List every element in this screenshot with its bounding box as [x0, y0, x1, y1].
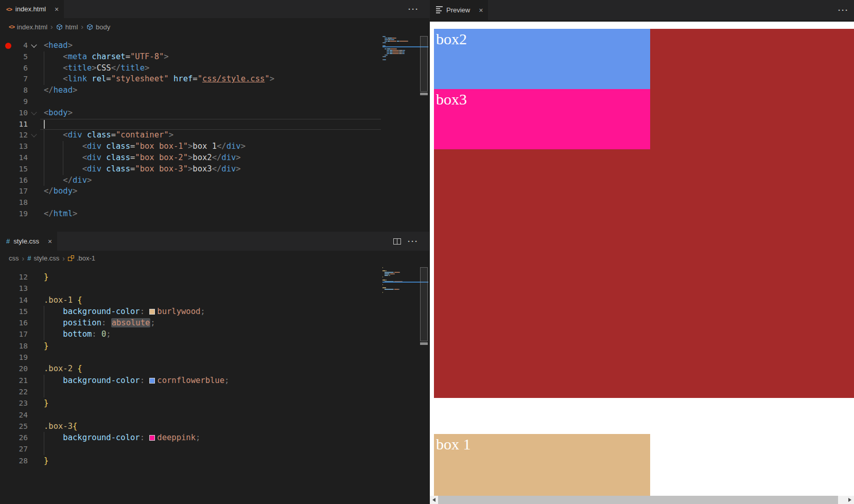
preview-h-scrollbar[interactable] [430, 496, 854, 504]
code-text: <head> [44, 40, 73, 51]
split-editor-icon[interactable] [393, 238, 401, 245]
line-number: 23 [0, 397, 28, 409]
code-text: background-color: deeppink; [44, 432, 200, 443]
token-txt: CSS [97, 63, 111, 73]
code-line-18[interactable]: 18 [0, 197, 429, 208]
code-line-11[interactable]: 11 [0, 119, 429, 130]
code-line-15[interactable]: 15 <div class="box box-3">box3</div> [0, 164, 429, 175]
code-line-17[interactable]: 17 bottom: 0; [0, 328, 429, 340]
code-text: </div> [44, 175, 92, 186]
close-tab-icon[interactable]: × [479, 6, 483, 14]
code-line-4[interactable]: 4<head> [0, 40, 429, 51]
color-swatch-icon[interactable] [149, 435, 155, 441]
token-str: "box box-3" [135, 164, 188, 173]
breadcrumb-item-index-html[interactable]: <>index.html [9, 23, 47, 31]
token-p: > [164, 52, 168, 61]
code-line-16[interactable]: 16 </div> [0, 175, 429, 186]
token-pun: ; [196, 433, 200, 442]
code-line-9[interactable]: 9 [0, 96, 429, 108]
code-line-27[interactable]: 27 [0, 443, 429, 455]
token-ws [44, 142, 82, 151]
code-line-20[interactable]: 20.box-2 { [0, 363, 429, 374]
html-element-cube-icon [56, 24, 63, 30]
code-editor-html[interactable]: 4<head>5 <meta charset="UTF-8">6 <title>… [0, 34, 429, 232]
code-line-21[interactable]: 21 background-color: cornflowerblue; [0, 375, 429, 386]
token-tag: body [54, 186, 73, 196]
breadcrumb-item-body[interactable]: body [86, 23, 110, 31]
breadcrumb-separator: › [81, 23, 83, 31]
token-tag: meta [68, 52, 87, 61]
token-str: "box box-2" [135, 153, 188, 162]
h-scrollbar-slider[interactable] [438, 496, 838, 504]
code-line-7[interactable]: 7 <link rel="stylesheet" href="css/style… [0, 74, 429, 85]
token-p: < [82, 153, 87, 162]
scroll-right-arrow-icon[interactable] [845, 496, 854, 504]
more-actions-icon[interactable]: ··· [838, 6, 849, 14]
tab-index-html[interactable]: <> index.html × [0, 0, 64, 18]
code-line-14[interactable]: 14.box-1 { [0, 294, 429, 306]
breadcrumb-item-css[interactable]: css [9, 254, 19, 262]
token-pun: : [101, 318, 106, 327]
token-p: > [87, 176, 92, 185]
scroll-left-arrow-icon[interactable] [430, 496, 439, 504]
preview-icon [436, 6, 443, 14]
token-tag: html [54, 209, 73, 218]
code-line-5[interactable]: 5 <meta charset="UTF-8"> [0, 51, 429, 63]
code-line-13[interactable]: 13 <div class="box box-1">box 1</div> [0, 141, 429, 152]
code-line-13[interactable]: 13 [0, 283, 429, 294]
token-p: > [73, 209, 77, 218]
color-swatch-icon[interactable] [149, 378, 155, 384]
code-line-12[interactable]: 12} [0, 271, 429, 283]
tab-preview[interactable]: Preview × [430, 0, 488, 20]
token-ws [44, 74, 63, 83]
token-p: </ [44, 186, 54, 196]
code-line-14[interactable]: 14 <div class="box box-2">box2</div> [0, 152, 429, 164]
code-line-19[interactable]: 19 [0, 352, 429, 363]
token-str: "UTF-8" [130, 52, 164, 61]
code-line-26[interactable]: 26 background-color: deeppink; [0, 432, 429, 443]
code-editor-css[interactable]: 12}1314.box-1 {15 background-color: burl… [0, 266, 429, 504]
token-prop: background-color [63, 433, 140, 442]
token-attr: href [173, 74, 193, 83]
more-actions-icon[interactable]: ··· [408, 5, 419, 13]
code-line-15[interactable]: 15 background-color: burlywood; [0, 306, 429, 317]
token-brace: { [77, 364, 82, 373]
close-tab-icon[interactable]: × [48, 237, 52, 246]
code-line-12[interactable]: 12 <div class="container"> [0, 130, 429, 141]
token-pun: : [140, 307, 145, 316]
more-actions-icon[interactable]: ··· [408, 237, 419, 246]
code-line-18[interactable]: 18} [0, 340, 429, 352]
breadcrumb-item--box-1[interactable]: .box-1 [68, 254, 95, 262]
code-line-24[interactable]: 24 [0, 409, 429, 421]
close-tab-icon[interactable]: × [55, 5, 59, 13]
minimap-line [382, 36, 420, 37]
fold-chevron-icon[interactable] [31, 42, 37, 47]
code-line-17[interactable]: 17</body> [0, 186, 429, 197]
code-line-22[interactable]: 22 [0, 386, 429, 397]
fold-chevron-icon[interactable] [31, 132, 37, 137]
token-attr: charset [92, 52, 125, 61]
code-line-28[interactable]: 28} [0, 455, 429, 466]
breadcrumb-label: html [65, 23, 78, 31]
fold-chevron-icon[interactable] [31, 109, 37, 115]
token-tag: div [221, 153, 236, 162]
token-pun: ; [106, 329, 111, 339]
token-p: > [169, 130, 173, 140]
tab-style-css[interactable]: # style.css × [0, 232, 57, 251]
code-line-23[interactable]: 23} [0, 397, 429, 409]
token-attr: class [106, 142, 130, 151]
code-line-8[interactable]: 8</head> [0, 85, 429, 96]
color-swatch-icon[interactable] [149, 309, 155, 315]
minimap-line [382, 269, 420, 270]
breadcrumb-item-html[interactable]: html [56, 23, 78, 31]
breadcrumb-item-style-css[interactable]: #style.css [27, 254, 59, 262]
code-line-10[interactable]: 10<body> [0, 108, 429, 119]
token-sel: .box-3 [44, 422, 73, 431]
code-line-16[interactable]: 16 position: absolute; [0, 317, 429, 328]
token-txt: box 1 [193, 142, 217, 151]
code-line-19[interactable]: 19</html> [0, 208, 429, 220]
line-number: 13 [0, 141, 28, 152]
line-number: 20 [0, 363, 28, 374]
code-line-25[interactable]: 25.box-3{ [0, 421, 429, 432]
code-line-6[interactable]: 6 <title>CSS</title> [0, 63, 429, 74]
